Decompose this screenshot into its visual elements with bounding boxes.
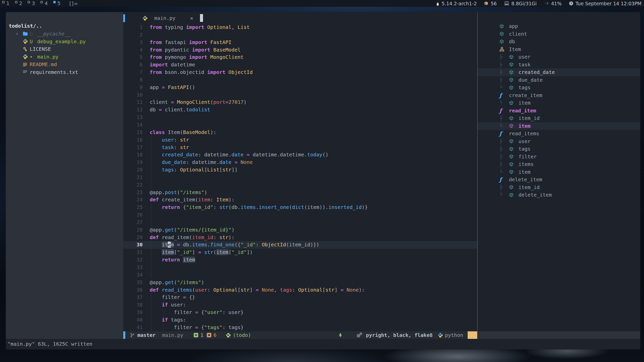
indent-guide	[151, 264, 151, 271]
code-token: ObjectId	[228, 69, 253, 75]
outline-item-tags[interactable]: ├tags	[478, 145, 640, 153]
tab-close-icon[interactable]: ×	[190, 15, 193, 21]
code-line[interactable]: 17 task: str	[123, 144, 477, 151]
file-tree-item[interactable]: •main.py	[15, 53, 123, 61]
code-line[interactable]: 16 user: str	[123, 136, 477, 144]
code-line[interactable]: 13	[123, 114, 477, 121]
code-token: post	[165, 189, 177, 195]
symbols-outline-panel[interactable]: appclientdbItem├user├task├created_date├d…	[478, 12, 640, 331]
workspace-button[interactable]: 2	[13, 0, 26, 7]
code-line[interactable]: 24def create_item(item: Item):	[123, 196, 477, 204]
file-tree-item[interactable]: ›◌__pycache__	[15, 30, 123, 38]
outline-item-user[interactable]: ├user	[478, 53, 640, 61]
outline-item-created_date[interactable]: ├created_date	[478, 68, 640, 76]
code-line[interactable]: 34	[123, 271, 477, 279]
code-token: =	[247, 152, 253, 158]
code-line[interactable]: 32 return item	[123, 256, 477, 264]
outline-item-item[interactable]: └item	[478, 122, 640, 130]
code-area[interactable]: 1from typing import Optional, List23from…	[123, 24, 477, 331]
outline-item-create_item[interactable]: ƒcreate_item	[478, 92, 640, 99]
git-status-badge: ◌	[30, 30, 37, 38]
code-line[interactable]: 12db = client.todolist	[123, 106, 477, 114]
code-line[interactable]: 40 if tags:	[123, 316, 477, 324]
code-token: [	[322, 287, 325, 293]
code-line[interactable]: 7from bson.objectid import ObjectId	[123, 69, 477, 76]
file-tree-item[interactable]: requirements.txt	[15, 68, 123, 76]
outline-item-delete_item[interactable]: └delete_item	[478, 191, 640, 199]
outline-item-item[interactable]: └item	[478, 99, 640, 107]
outline-item-item[interactable]: └item	[478, 168, 640, 176]
outline-item-user[interactable]: ├user	[478, 138, 640, 145]
code-line[interactable]: 36def read_items(user: Optional[str] = N…	[123, 286, 477, 294]
code-line[interactable]: 37 filter = {}	[123, 294, 477, 301]
outline-item-client[interactable]: client	[478, 30, 640, 38]
code-line[interactable]: 1from typing import Optional, List	[123, 24, 477, 31]
workspace-button[interactable]: 1	[0, 0, 13, 7]
code-line[interactable]: 20 tags: Optional[List[str]]	[123, 166, 477, 174]
file-tree-item[interactable]: LICENSE	[15, 45, 123, 53]
code-token: : datetime.	[186, 159, 219, 165]
code-line[interactable]: 3from fastapi import FastAPI	[123, 39, 477, 46]
code-line[interactable]: 18 created_date: datetime.date = datetim…	[123, 151, 477, 159]
code-line[interactable]: 27	[123, 219, 477, 226]
outline-item-app[interactable]: app	[478, 22, 640, 30]
code-line[interactable]: 41 filter = {"tags": tags}	[123, 324, 477, 331]
outline-label: read_item	[509, 107, 536, 115]
filetype-label: python	[445, 332, 463, 338]
outline-label: Item	[509, 46, 521, 53]
code-line[interactable]: 21	[123, 174, 477, 181]
code-line[interactable]: 22	[123, 181, 477, 189]
code-line[interactable]: 31 item["_id"] = str(item["_id"])	[123, 249, 477, 256]
code-token: : user}	[222, 309, 244, 315]
code-line[interactable]: 8	[123, 76, 477, 84]
outline-item-tags[interactable]: └tags	[478, 84, 640, 92]
code-line[interactable]: 19 due_date: datetime.date = None	[123, 159, 477, 166]
outline-item-delete_item[interactable]: ƒdelete_item	[478, 176, 640, 184]
code-line[interactable]: 15class Item(BaseModel):	[123, 129, 477, 136]
file-explorer-panel[interactable]: todolist/.. ›◌__pycache__ Udebug_example…	[6, 12, 123, 339]
tab-main-py[interactable]: main.py ×	[142, 14, 193, 22]
outline-item-read_items[interactable]: ƒread_items	[478, 130, 640, 138]
code-line[interactable]: 33	[123, 264, 477, 271]
outline-item-filter[interactable]: ├filter	[478, 153, 640, 161]
code-token	[150, 167, 162, 173]
file-tree-root[interactable]: todolist/..	[9, 22, 123, 30]
workspace-button[interactable]: 5	[51, 0, 64, 7]
code-line[interactable]: 4from pydantic import BaseModel	[123, 46, 477, 54]
code-token: todolist	[186, 107, 210, 113]
file-tree-item[interactable]: README.md	[15, 61, 123, 68]
code-line[interactable]: 9app = FastAPI()	[123, 84, 477, 91]
code-line[interactable]: 39 filter = {"user": user}	[123, 309, 477, 316]
file-tree-item[interactable]: Udebug_example.py	[15, 38, 123, 46]
outline-item-due_date[interactable]: ├due_date	[478, 76, 640, 84]
code-line[interactable]: 5from pymongo import MongoClient	[123, 54, 477, 61]
code-line[interactable]: 29def read_item(item_id: str):	[123, 234, 477, 241]
outline-statusline	[477, 331, 640, 339]
outline-item-db[interactable]: db	[478, 38, 640, 46]
workspace-button[interactable]: 4	[38, 0, 51, 7]
code-line[interactable]: 10	[123, 91, 477, 99]
md-file-icon	[23, 62, 30, 67]
outline-item-item_id[interactable]: ├item_id	[478, 184, 640, 191]
workspace-button[interactable]: 3	[25, 0, 38, 7]
code-line[interactable]: 38 if user:	[123, 301, 477, 309]
code-line[interactable]: 25 return {"item_id": str(db.items.inser…	[123, 204, 477, 211]
code-line[interactable]: 6import datetime	[123, 61, 477, 69]
code-line[interactable]: 26	[123, 211, 477, 219]
code-token: =	[198, 249, 204, 255]
outline-item-items[interactable]: ├items	[478, 160, 640, 168]
code-line[interactable]: 28@app.get("/items/{item_id}")	[123, 226, 477, 234]
editor-window[interactable]: main.py × 1from typing import Optional, …	[123, 12, 477, 331]
outline-item-Item[interactable]: Item	[478, 46, 640, 53]
code-line[interactable]: 14	[123, 121, 477, 129]
outline-item-item_id[interactable]: ├item_id	[478, 114, 640, 122]
outline-item-read_item[interactable]: ƒread_item	[478, 107, 640, 115]
code-line[interactable]: 2	[123, 31, 477, 39]
code-line[interactable]: 11client = MongoClient(port=27017)	[123, 99, 477, 106]
outline-item-task[interactable]: ├task	[478, 61, 640, 69]
code-line[interactable]: 23@app.post("/items")	[123, 189, 477, 196]
code-token: [	[219, 167, 222, 173]
code-token: (item)).	[304, 204, 328, 210]
code-line[interactable]: 30 item = db.items.find_one({"_id": Obje…	[123, 241, 477, 249]
code-line[interactable]: 35@app.get("/items")	[123, 279, 477, 286]
